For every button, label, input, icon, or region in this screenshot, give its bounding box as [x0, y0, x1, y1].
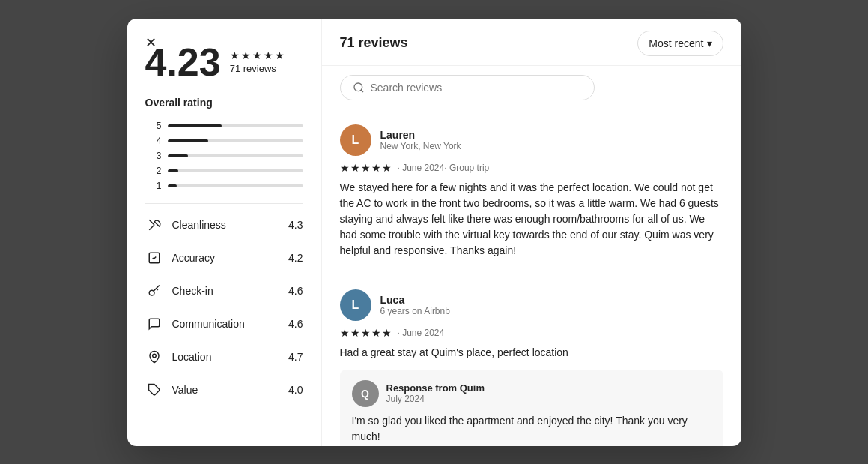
- review-star: ★: [371, 162, 381, 174]
- review-stars: ★★★★★: [340, 327, 392, 339]
- reviewer-header: L Lauren New York, New York: [340, 124, 723, 156]
- category-name: Check-in: [172, 285, 213, 297]
- review-text: Had a great stay at Quim's place, perfec…: [340, 345, 723, 361]
- host-text: I'm so glad you liked the apartment and …: [352, 413, 711, 445]
- category-score: 4.3: [288, 219, 303, 231]
- bar-track-4: [168, 139, 303, 142]
- bar-track-3: [168, 154, 303, 157]
- host-date: July 2024: [386, 394, 485, 404]
- divider: [145, 203, 303, 204]
- star-2: ★: [241, 49, 251, 61]
- review-star: ★: [350, 327, 360, 339]
- bar-fill-5: [168, 124, 222, 127]
- category-name: Accuracy: [172, 252, 216, 264]
- reviewer-name: Luca: [380, 294, 450, 306]
- bar-fill-2: [168, 169, 178, 172]
- review-item-luca: L Luca 6 years on Airbnb ★★★★★ · June 20…: [340, 274, 723, 446]
- svg-point-2: [152, 354, 156, 358]
- reviewer-location: New York, New York: [380, 141, 461, 151]
- broom-icon: [145, 216, 163, 234]
- chat-icon: [145, 315, 163, 333]
- bar-row-4: 4: [145, 136, 303, 146]
- category-left: Accuracy: [145, 249, 216, 267]
- category-left: Cleanliness: [145, 216, 226, 234]
- chevron-down-icon: ▾: [707, 37, 712, 49]
- reviews-count: 71 reviews: [230, 63, 285, 74]
- host-response-header: Q Response from Quim July 2024: [352, 380, 711, 407]
- star-3: ★: [252, 49, 262, 61]
- bar-fill-3: [168, 154, 188, 157]
- review-star: ★: [350, 162, 360, 174]
- category-left: Location: [145, 348, 212, 366]
- star-4: ★: [264, 49, 273, 61]
- bar-track-5: [168, 124, 303, 127]
- bar-label-4: 4: [145, 136, 162, 146]
- host-avatar: Q: [352, 380, 379, 407]
- category-left: Value: [145, 381, 198, 399]
- category-row-check-in: Check-in 4.6: [145, 282, 303, 300]
- review-star: ★: [382, 327, 392, 339]
- bar-row-2: 2: [145, 166, 303, 176]
- bar-label-2: 2: [145, 166, 162, 176]
- review-date: · June 2024: [398, 328, 445, 338]
- category-score: 4.0: [288, 384, 303, 396]
- review-star: ★: [340, 327, 350, 339]
- category-left: Communication: [145, 315, 245, 333]
- pin-icon: [145, 348, 163, 366]
- category-row-accuracy: Accuracy 4.2: [145, 249, 303, 267]
- review-star: ★: [371, 327, 381, 339]
- svg-line-5: [361, 90, 363, 92]
- modal-body: 4.23 ★ ★ ★ ★ ★ 71 reviews Overall rating: [127, 19, 741, 446]
- review-meta: ★★★★★ · June 2024· Group trip: [340, 162, 723, 174]
- review-star: ★: [382, 162, 392, 174]
- host-name: Response from Quim: [386, 382, 485, 394]
- category-row-location: Location 4.7: [145, 348, 303, 366]
- stars-row: ★ ★ ★ ★ ★: [230, 49, 285, 61]
- category-left: Check-in: [145, 282, 213, 300]
- avatar: L: [340, 124, 371, 156]
- reviews-title: 71 reviews: [340, 35, 408, 51]
- svg-point-1: [149, 290, 154, 295]
- left-panel: 4.23 ★ ★ ★ ★ ★ 71 reviews Overall rating: [127, 19, 322, 446]
- category-name: Location: [172, 351, 212, 363]
- review-item-lauren: L Lauren New York, New York ★★★★★ · June…: [340, 109, 723, 274]
- reviewer-location: 6 years on Airbnb: [380, 306, 450, 316]
- review-date: · June 2024· Group trip: [398, 163, 490, 173]
- bar-label-5: 5: [145, 121, 162, 131]
- bar-fill-1: [168, 184, 177, 187]
- star-1: ★: [230, 49, 240, 61]
- reviewer-info: Lauren New York, New York: [380, 129, 461, 151]
- reviewer-info: Luca 6 years on Airbnb: [380, 294, 450, 316]
- review-star: ★: [340, 162, 350, 174]
- bar-row-5: 5: [145, 121, 303, 131]
- bar-label-3: 3: [145, 151, 162, 161]
- star-5: ★: [275, 49, 285, 61]
- search-input[interactable]: [371, 82, 582, 94]
- key-icon: [145, 282, 163, 300]
- reviewer-name: Lauren: [380, 129, 461, 141]
- review-stars: ★★★★★: [340, 162, 392, 174]
- bar-track-2: [168, 169, 303, 172]
- reviews-modal: ✕ 4.23 ★ ★ ★ ★ ★ 71 reviews: [127, 19, 741, 446]
- close-button[interactable]: ✕: [139, 31, 163, 55]
- search-bar[interactable]: [340, 75, 595, 100]
- bar-fill-4: [168, 139, 208, 142]
- stars-reviews: ★ ★ ★ ★ ★ 71 reviews: [230, 49, 285, 74]
- right-header: 71 reviews Most recent ▾: [322, 19, 741, 66]
- modal-overlay[interactable]: ✕ 4.23 ★ ★ ★ ★ ★ 71 reviews: [0, 0, 868, 464]
- categories-container: Cleanliness 4.3 Accuracy 4.2 Check-in 4.…: [145, 216, 303, 399]
- host-info: Response from Quim July 2024: [386, 382, 485, 404]
- bar-track-1: [168, 184, 303, 187]
- bar-row-1: 1: [145, 181, 303, 191]
- sort-dropdown[interactable]: Most recent ▾: [637, 31, 723, 56]
- overall-label: Overall rating: [145, 97, 303, 109]
- avatar: L: [340, 289, 371, 321]
- category-row-communication: Communication 4.6: [145, 315, 303, 333]
- rating-hero: 4.23 ★ ★ ★ ★ ★ 71 reviews: [145, 43, 303, 82]
- review-star: ★: [361, 162, 371, 174]
- review-star: ★: [361, 327, 371, 339]
- host-response: Q Response from Quim July 2024 I'm so gl…: [340, 370, 723, 446]
- right-panel: 71 reviews Most recent ▾ L Lauren: [322, 19, 741, 446]
- category-name: Communication: [172, 318, 245, 330]
- bar-label-1: 1: [145, 181, 162, 191]
